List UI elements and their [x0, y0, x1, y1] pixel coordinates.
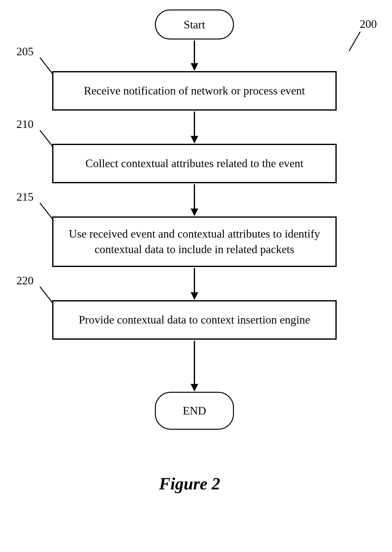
arrowhead-start-step1	[191, 63, 198, 71]
step2-text: Collect contextual attributes related to…	[85, 156, 303, 171]
arrow-step4-end	[194, 341, 195, 385]
arrowhead-step4-end	[191, 384, 198, 391]
ref-tick-200	[349, 32, 361, 51]
flowchart-diagram: 200 Start 205 Receive notification of ne…	[0, 0, 392, 552]
step3-box: Use received event and contextual attrib…	[52, 216, 337, 267]
start-label: Start	[184, 18, 205, 31]
arrow-step1-step2	[194, 112, 195, 137]
start-terminal: Start	[155, 9, 234, 39]
end-terminal: END	[155, 392, 234, 430]
step3-text: Use received event and contextual attrib…	[63, 226, 326, 257]
arrowhead-step2-step3	[191, 209, 198, 216]
step2-ref: 210	[16, 118, 34, 131]
arrowhead-step3-step4	[191, 292, 198, 300]
arrow-start-step1	[194, 40, 195, 64]
step4-text: Provide contextual data to context inser…	[79, 312, 310, 328]
diagram-ref-number: 200	[360, 17, 377, 31]
arrow-step2-step3	[194, 184, 195, 209]
arrowhead-step1-step2	[191, 136, 198, 143]
step4-ref: 220	[16, 274, 34, 287]
step1-ref: 205	[16, 45, 34, 58]
step2-box: Collect contextual attributes related to…	[52, 144, 337, 183]
end-label: END	[183, 404, 206, 417]
step1-box: Receive notification of network or proce…	[52, 71, 337, 111]
step3-ref: 215	[16, 190, 34, 203]
step4-box: Provide contextual data to context inser…	[52, 300, 337, 340]
figure-caption: Figure 2	[159, 474, 220, 494]
arrow-step3-step4	[194, 268, 195, 293]
step1-text: Receive notification of network or proce…	[84, 83, 305, 99]
